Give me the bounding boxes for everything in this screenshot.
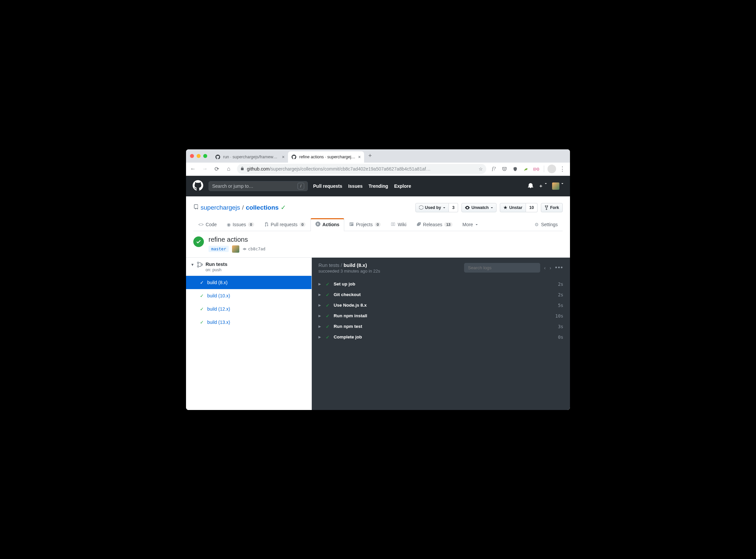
tab-title: refine actions · superchargejs/co	[299, 155, 356, 159]
step-row[interactable]: ▶ ✓ Run npm test 3s	[318, 321, 563, 332]
tab-favicon	[291, 154, 297, 160]
step-name: Run npm install	[334, 313, 551, 318]
tab-settings[interactable]: ⚙ Settings	[530, 218, 563, 231]
reload-button[interactable]: ⟳	[212, 164, 222, 174]
tab-wiki[interactable]: Wiki	[386, 218, 411, 231]
nav-trending[interactable]: Trending	[369, 183, 388, 189]
step-row[interactable]: ▶ ✓ Git checkout 2s	[318, 289, 563, 300]
check-icon: ✓	[326, 292, 330, 297]
used-by-button[interactable]: Used by	[415, 203, 449, 212]
repo-owner-link[interactable]: superchargejs	[201, 204, 240, 211]
check-icon: ✓	[326, 334, 330, 340]
commit-sha[interactable]: cb8c7ad	[243, 246, 266, 251]
tab-actions[interactable]: Actions	[311, 218, 344, 231]
job-item[interactable]: ✓ build (10.x)	[186, 289, 312, 303]
home-button[interactable]: ⌂	[224, 164, 234, 174]
back-button[interactable]: ←	[188, 164, 198, 174]
browser-menu-button[interactable]: ⋮	[558, 165, 567, 173]
code-icon: <>	[198, 222, 204, 227]
job-item[interactable]: ✓ build (12.x)	[186, 303, 312, 316]
steps-list: ▶ ✓ Set up job 2s ▶ ✓ Git checkout 2s ▶ …	[312, 275, 570, 350]
fork-button[interactable]: Fork	[541, 203, 563, 212]
nav-explore[interactable]: Explore	[394, 183, 411, 189]
step-row[interactable]: ▶ ✓ Run npm install 10s	[318, 311, 563, 321]
job-item[interactable]: ✓ build (13.x)	[186, 316, 312, 329]
commit-title: refine actions	[208, 236, 266, 243]
tab-favicon	[215, 154, 221, 160]
unstar-button[interactable]: ★ Unstar	[500, 203, 526, 212]
repo-name-link[interactable]: collections	[246, 204, 279, 211]
check-icon: ✓	[200, 293, 204, 298]
book-icon	[391, 222, 395, 227]
browser-window: run · superchargejs/framework@ × refine …	[186, 149, 570, 410]
play-icon	[316, 222, 320, 227]
close-tab-icon[interactable]: ×	[358, 154, 361, 160]
new-tab-button[interactable]: +	[365, 151, 375, 161]
nav-issues[interactable]: Issues	[348, 183, 363, 189]
minimize-window-icon[interactable]	[197, 154, 201, 158]
check-icon: ✓	[326, 324, 330, 329]
browser-tab-1[interactable]: refine actions · superchargejs/co ×	[288, 151, 364, 163]
used-by-count[interactable]: 3	[449, 203, 458, 212]
job-label: build (13.x)	[207, 319, 230, 325]
tab-code[interactable]: <> Code	[193, 218, 222, 231]
extension-shield-icon[interactable]	[511, 164, 519, 173]
profile-avatar[interactable]	[548, 164, 556, 173]
github-header: Search or jump to… / Pull requests Issue…	[186, 176, 570, 196]
extension-fonts-icon[interactable]: f?	[489, 164, 498, 173]
nav-pull-requests[interactable]: Pull requests	[313, 183, 342, 189]
step-row[interactable]: ▶ ✓ Use Node.js 8.x 5s	[318, 300, 563, 311]
branch-label[interactable]: master	[208, 246, 229, 252]
star-icon[interactable]: ☆	[479, 166, 483, 172]
browser-tab-0[interactable]: run · superchargejs/framework@ ×	[212, 151, 288, 163]
extension-leaf-icon[interactable]	[521, 164, 530, 173]
check-icon: ✓	[326, 303, 330, 308]
close-window-icon[interactable]	[190, 154, 194, 158]
expand-icon: ▶	[318, 282, 322, 286]
create-new-button[interactable]: ＋	[539, 183, 547, 189]
close-tab-icon[interactable]: ×	[282, 154, 285, 160]
address-bar[interactable]: github.com/superchargejs/collections/com…	[237, 164, 486, 174]
search-logs-input[interactable]	[464, 263, 540, 272]
workflow-icon	[197, 262, 203, 269]
step-row[interactable]: ▶ ✓ Set up job 2s	[318, 279, 563, 289]
tab-issues[interactable]: ◉ Issues 0	[222, 218, 259, 231]
pull-request-icon	[264, 222, 269, 227]
tab-projects[interactable]: Projects 0	[344, 218, 386, 231]
status-check-icon: ✓	[281, 204, 286, 211]
run-status-line: succeeded 3 minutes ago in 22s	[318, 269, 380, 273]
github-logo-icon[interactable]	[193, 180, 203, 192]
extension-pocket-icon[interactable]	[500, 164, 509, 173]
notifications-icon[interactable]	[528, 183, 533, 189]
step-duration: 2s	[558, 292, 563, 297]
repo-breadcrumb: superchargejs / collections ✓	[193, 204, 286, 211]
repo-icon	[193, 204, 199, 211]
repo-header: superchargejs / collections ✓ Used by 3 …	[186, 196, 570, 231]
next-step-button[interactable]: ›	[549, 265, 551, 271]
workflow-header[interactable]: ▼ Run tests on: push	[186, 258, 312, 275]
job-item[interactable]: ✓ build (8.x)	[186, 276, 312, 289]
forward-button[interactable]: →	[200, 164, 210, 174]
step-name: Complete job	[334, 334, 554, 339]
prev-step-button[interactable]: ‹	[544, 265, 546, 271]
check-icon: ✓	[326, 282, 330, 287]
window-controls[interactable]	[190, 154, 207, 158]
collapse-icon: ▼	[191, 263, 194, 267]
star-count[interactable]: 10	[526, 203, 537, 212]
job-label: build (8.x)	[207, 280, 227, 285]
github-search-input[interactable]: Search or jump to… /	[208, 181, 308, 191]
extension-broadcast-icon[interactable]: ((•))	[532, 164, 541, 173]
log-menu-button[interactable]: •••	[555, 264, 563, 271]
actions-main: ▼ Run tests on: push ✓ build (8.x) ✓ bui…	[186, 258, 570, 410]
tab-more[interactable]: More	[457, 218, 483, 231]
header-nav: Pull requests Issues Trending Explore	[313, 183, 411, 189]
issue-icon: ◉	[227, 222, 231, 227]
tab-releases[interactable]: Releases 13	[411, 218, 457, 231]
author-avatar[interactable]	[232, 245, 239, 253]
step-name: Use Node.js 8.x	[334, 303, 554, 308]
user-menu[interactable]	[552, 182, 563, 190]
step-row[interactable]: ▶ ✓ Complete job 0s	[318, 332, 563, 342]
tab-pull-requests[interactable]: Pull requests 0	[259, 218, 311, 231]
zoom-window-icon[interactable]	[203, 154, 207, 158]
unwatch-button[interactable]: Unwatch	[461, 203, 497, 212]
